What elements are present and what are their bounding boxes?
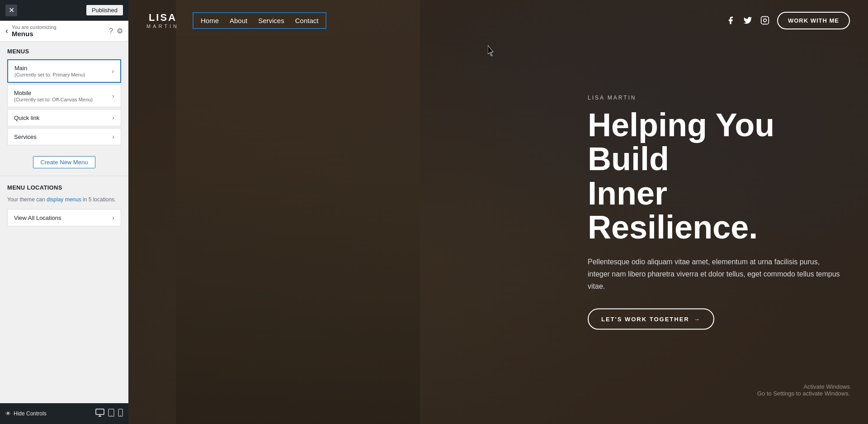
arrow-right-icon: →	[694, 316, 701, 323]
create-new-menu-button[interactable]: Create New Menu	[33, 156, 96, 168]
svg-rect-7	[761, 17, 769, 24]
menu-item-services[interactable]: Services ›	[7, 128, 121, 145]
svg-point-4	[111, 415, 112, 416]
menu-item-mobile-label: Mobile	[14, 90, 112, 96]
desktop-icon[interactable]	[95, 409, 104, 419]
hero-content: LISA MARTIN Helping You Build Inner Resi…	[588, 94, 841, 330]
chevron-right-icon-4: ›	[112, 133, 114, 140]
menu-item-main[interactable]: Main (Currently set to: Primary Menu) ›	[7, 59, 121, 83]
menu-item-services-label: Services	[14, 133, 112, 140]
nav-home[interactable]: Home	[201, 17, 219, 24]
menu-item-quicklink[interactable]: Quick link ›	[7, 109, 121, 126]
chevron-right-icon-2: ›	[112, 92, 114, 100]
header-icons: ? ⚙	[109, 27, 123, 35]
chevron-right-icon: ›	[112, 67, 114, 75]
locations-section: Menu Locations Your theme can display me…	[0, 178, 128, 232]
menu-item-mobile-subtitle: (Currently set to: Off-Canvas Menu)	[14, 97, 112, 102]
top-bar: ✕ Published	[0, 0, 128, 21]
menu-item-main-label: Main	[14, 65, 112, 71]
hero-headline-1: Helping You Build	[588, 106, 774, 177]
svg-rect-0	[96, 409, 104, 414]
nav-container: Home About Services Contact	[193, 12, 326, 29]
menu-item-main-subtitle: (Currently set to: Primary Menu)	[14, 72, 112, 77]
close-button[interactable]: ✕	[5, 5, 17, 16]
logo-first-name: LISA	[149, 12, 177, 24]
menu-item-mobile[interactable]: Mobile (Currently set to: Off-Canvas Men…	[7, 85, 121, 107]
view-all-locations-item[interactable]: View All Locations ›	[7, 209, 121, 226]
site-logo: LISA MARTIN	[146, 12, 179, 29]
customizer-header: ‹ You are customizing Menus ? ⚙	[0, 21, 128, 42]
chevron-right-icon-5: ›	[112, 214, 114, 221]
left-panel: ✕ Published ‹ You are customizing Menus …	[0, 0, 128, 424]
nav-about[interactable]: About	[230, 17, 247, 24]
device-icons	[95, 409, 123, 419]
chevron-right-icon-3: ›	[112, 114, 114, 121]
site-header: LISA MARTIN Home About Services Contact …	[128, 0, 868, 41]
create-menu-container: Create New Menu	[0, 151, 128, 174]
customizer-title: Menus	[12, 30, 105, 38]
hide-controls-label: Hide Controls	[14, 410, 47, 417]
published-button[interactable]: Published	[86, 5, 123, 15]
person-silhouette	[176, 0, 420, 424]
customizer-info: You are customizing Menus	[12, 24, 105, 38]
settings-icon[interactable]: ⚙	[117, 27, 123, 35]
customizing-label: You are customizing	[12, 24, 105, 30]
nav-contact[interactable]: Contact	[295, 17, 319, 24]
website-preview: LISA MARTIN Home About Services Contact …	[128, 0, 868, 424]
menu-locations-title: Menu Locations	[7, 184, 121, 191]
work-with-me-button[interactable]: WORK WITH ME	[777, 12, 850, 29]
twitter-icon[interactable]	[743, 15, 753, 25]
menu-item-quicklink-label: Quick link	[14, 114, 112, 121]
hide-controls-button[interactable]: 👁 Hide Controls	[5, 410, 47, 417]
lets-work-label: LET'S WORK TOGETHER	[601, 316, 689, 323]
activate-windows-line2: Go to Settings to activate Windows.	[757, 390, 850, 397]
locations-description: Your theme can display menus in 5 locati…	[7, 195, 121, 204]
hero-name: LISA MARTIN	[588, 94, 841, 100]
eye-icon: 👁	[5, 410, 11, 417]
nav-services[interactable]: Services	[258, 17, 284, 24]
help-icon[interactable]: ?	[109, 27, 113, 35]
menus-section-title: Menus	[7, 48, 121, 55]
hero-headline: Helping You Build Inner Resilience.	[588, 108, 841, 244]
back-button[interactable]: ‹	[5, 26, 8, 36]
divider-1	[0, 176, 128, 176]
logo-last-name: MARTIN	[146, 24, 179, 29]
tablet-icon[interactable]	[108, 409, 114, 419]
hero-subtext: Pellentesque odio aliquam vitae amet, el…	[588, 255, 841, 292]
mobile-icon[interactable]	[118, 409, 123, 419]
menus-section: Menus Main (Currently set to: Primary Me…	[0, 42, 128, 151]
facebook-icon[interactable]	[726, 15, 736, 25]
activate-windows: Activate Windows Go to Settings to activ…	[757, 383, 850, 397]
bottom-controls: 👁 Hide Controls	[0, 403, 128, 424]
view-all-locations-label: View All Locations	[14, 214, 112, 221]
lets-work-together-button[interactable]: LET'S WORK TOGETHER →	[588, 309, 714, 330]
instagram-icon[interactable]	[760, 15, 770, 25]
svg-point-6	[120, 415, 121, 416]
display-menus-link[interactable]: display menus	[47, 196, 81, 203]
hero-headline-2: Inner Resilience.	[588, 175, 758, 245]
activate-windows-line1: Activate Windows	[757, 383, 850, 390]
social-icons: WORK WITH ME	[726, 12, 850, 29]
